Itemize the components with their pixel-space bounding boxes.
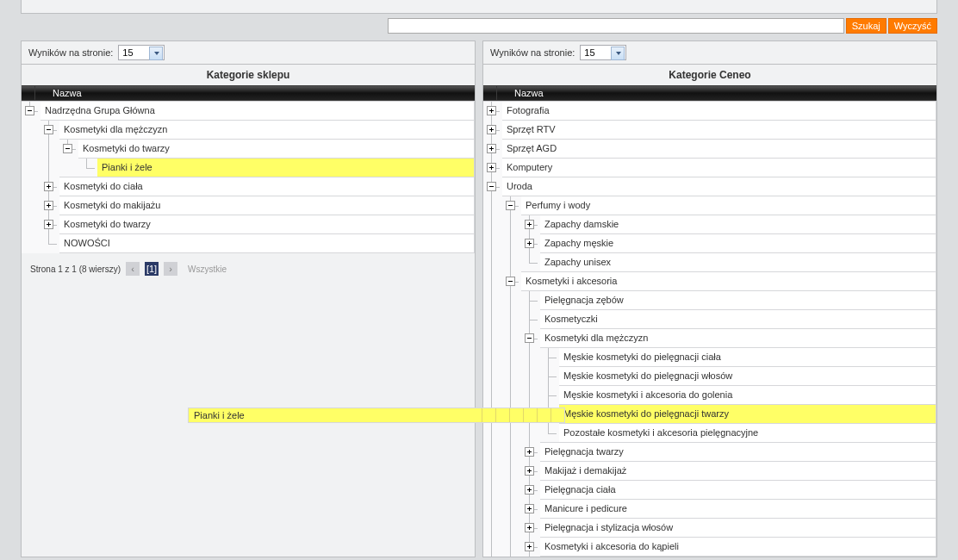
pager-page-1[interactable]: [1] [145,262,159,276]
tree-row[interactable]: Manicure i pedicure [483,500,936,519]
expand-icon[interactable] [487,144,496,153]
tree-row[interactable]: Kosmetyczki [483,310,936,329]
collapse-icon[interactable] [506,277,515,286]
tree-row[interactable]: Zapachy męskie [483,234,936,253]
collapse-icon[interactable] [44,125,53,134]
tree-row[interactable]: Kosmetyki dla mężczyzn [22,121,475,140]
expand-icon[interactable] [525,466,534,476]
tree-row[interactable]: Pielęgnacja twarzy [483,443,936,462]
tree-row[interactable]: Uroda [483,177,936,196]
tree-row[interactable]: Kosmetyki i akcesoria do kąpieli [483,538,936,557]
tree-row[interactable]: Perfumy i wody [483,196,936,215]
tree-row[interactable]: Kosmetyki do twarzy [22,215,475,234]
pager-info: Strona 1 z 1 (8 wierszy) [30,264,121,274]
tree-row[interactable]: NOWOŚCI [22,234,475,253]
collapse-icon[interactable] [506,201,515,210]
tree-row[interactable]: Sprzęt AGD [483,140,936,159]
expand-icon[interactable] [487,106,496,115]
right-tree: Fotografia Sprzęt RTV Sprzęt AGD Kompute… [483,101,936,557]
expand-icon[interactable] [525,447,534,457]
left-pager: Strona 1 z 1 (8 wierszy) ‹ [1] › Wszystk… [22,253,475,289]
pager-prev[interactable]: ‹ [126,262,140,276]
tree-row[interactable]: Makijaż i demakijaż [483,462,936,481]
tree-row[interactable]: Kosmetyki i akcesoria [483,272,936,291]
tree-row[interactable]: Kosmetyki do makijażu [22,196,475,215]
search-button[interactable]: Szukaj [846,18,886,34]
expand-icon[interactable] [525,485,534,495]
tree-row[interactable]: Pielęgnacja zębów [483,291,936,310]
collapse-icon[interactable] [25,106,34,115]
right-grid-header: Nazwa [483,85,936,101]
expand-icon[interactable] [525,542,534,551]
tree-row[interactable]: Pielęgnacja ciała [483,481,936,500]
search-row: Szukaj Wyczyść [21,18,937,34]
expand-icon[interactable] [525,220,534,229]
pager-next[interactable]: › [164,262,177,276]
tree-row[interactable]: Komputery [483,159,936,177]
tree-row[interactable]: Kosmetyki do twarzy [22,140,475,159]
expand-icon[interactable] [44,182,53,191]
tree-row[interactable]: Pielęgnacja i stylizacja włosów [483,519,936,538]
connector-label: Pianki i żele [189,410,245,420]
selected-right: Męskie kosmetyki do pielęgnacji twarzy [559,404,936,424]
right-title: Kategorie Ceneo [483,65,936,85]
left-perpage-label: Wyników na stronie: [28,47,113,58]
clear-button[interactable]: Wyczyść [888,18,937,34]
tree-row[interactable]: Kosmetyki do ciała [22,177,475,196]
expand-icon[interactable] [487,125,496,134]
left-tree: Nadrzędna Grupa Główna Kosmetyki dla męż… [22,101,475,253]
left-panel: Wyników na stronie: 15 Kategorie sklepu … [21,40,476,557]
left-title: Kategorie sklepu [22,65,475,85]
tree-row[interactable]: Pianki i żele [22,159,475,177]
collapse-icon[interactable] [525,333,534,343]
selected-left: Pianki i żele [97,158,475,177]
tree-row[interactable]: Sprzęt RTV [483,121,936,140]
expand-icon[interactable] [525,239,534,248]
pager-all[interactable]: Wszystkie [188,264,227,274]
expand-icon[interactable] [44,220,53,229]
expand-icon[interactable] [487,163,496,172]
tree-row[interactable]: Kosmetyki dla mężczyzn [483,329,936,348]
collapse-icon[interactable] [487,182,496,191]
right-panel: Wyników na stronie: 15 Kategorie Ceneo N… [482,40,937,557]
search-input[interactable] [388,18,844,34]
top-blank-bar [21,0,937,14]
right-perpage-label: Wyników na stronie: [490,47,575,58]
tree-row[interactable]: Męskie kosmetyki i akcesoria do golenia [483,386,936,405]
tree-row[interactable]: Fotografia [483,102,936,121]
mapping-connector[interactable]: Pianki i żele [188,408,565,423]
right-perpage-select[interactable]: 15 [580,45,626,60]
collapse-icon[interactable] [63,144,72,153]
tree-row[interactable]: Pozostałe kosmetyki i akcesoria pielęgna… [483,424,936,443]
tree-row[interactable]: Nadrzędna Grupa Główna [22,102,475,121]
expand-icon[interactable] [44,201,53,210]
left-grid-header: Nazwa [22,85,475,101]
tree-row[interactable]: Zapachy damskie [483,215,936,234]
tree-row[interactable]: Męskie kosmetyki do pielęgnacji włosów [483,367,936,386]
tree-row[interactable]: Męskie kosmetyki do pielęgnacji ciała [483,348,936,367]
tree-row[interactable]: Zapachy unisex [483,253,936,272]
expand-icon[interactable] [525,504,534,513]
left-perpage-select[interactable]: 15 [118,45,165,60]
expand-icon[interactable] [525,523,534,532]
